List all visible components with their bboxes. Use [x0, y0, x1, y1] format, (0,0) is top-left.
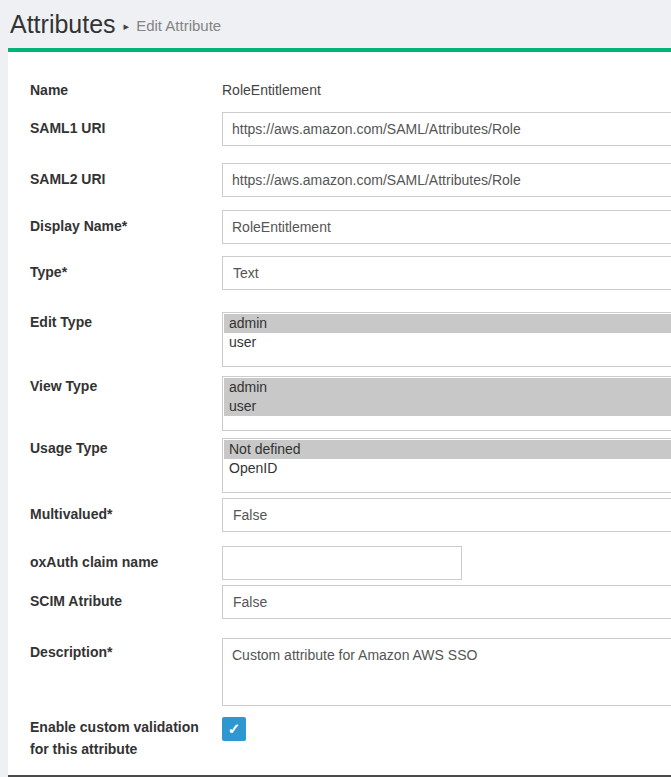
name-label: Name: [30, 80, 212, 100]
custom-validation-label: Enable custom validation for this attrib…: [30, 716, 212, 760]
page-title: Attributes: [10, 10, 116, 39]
usage-type-listbox[interactable]: Not defined OpenID: [222, 438, 671, 493]
scim-attribute-select[interactable]: False: [222, 585, 671, 619]
description-label: Description*: [30, 642, 212, 662]
usage-type-option-not-defined[interactable]: Not defined: [224, 440, 671, 459]
multivalued-select-value: False: [233, 507, 267, 523]
edit-attribute-panel: Name RoleEntitlement SAML1 URI SAML2 URI…: [8, 48, 671, 777]
display-name-label: Display Name*: [30, 216, 212, 236]
saml1-uri-input[interactable]: [222, 112, 671, 146]
edit-type-option-user[interactable]: user: [224, 333, 671, 352]
multivalued-select[interactable]: False: [222, 498, 671, 532]
checkmark-icon: ✓: [228, 721, 241, 736]
multivalued-label: Multivalued*: [30, 504, 212, 524]
type-label: Type*: [30, 262, 212, 282]
view-type-option-admin[interactable]: admin: [224, 378, 671, 397]
breadcrumb: Edit Attribute: [136, 17, 221, 34]
edit-type-label: Edit Type: [30, 312, 212, 332]
usage-type-option-openid[interactable]: OpenID: [224, 459, 671, 478]
scim-attribute-select-value: False: [233, 594, 267, 610]
oxauth-claim-name-input[interactable]: [222, 546, 462, 580]
name-value: RoleEntitlement: [222, 80, 321, 100]
oxauth-claim-name-label: oxAuth claim name: [30, 552, 212, 572]
breadcrumb-arrow-icon: ▸: [124, 20, 130, 33]
display-name-input[interactable]: [222, 210, 671, 244]
view-type-option-user[interactable]: user: [224, 397, 671, 416]
custom-validation-checkbox[interactable]: ✓: [222, 717, 246, 741]
description-textarea[interactable]: Custom attribute for Amazon AWS SSO: [222, 638, 671, 706]
scim-attribute-label: SCIM Atribute: [30, 591, 212, 611]
edit-type-option-admin[interactable]: admin: [224, 314, 671, 333]
saml2-uri-label: SAML2 URI: [30, 169, 212, 189]
view-type-label: View Type: [30, 376, 212, 396]
type-select-value: Text: [233, 265, 259, 281]
page-header: Attributes ▸ Edit Attribute: [0, 0, 671, 48]
saml1-uri-label: SAML1 URI: [30, 118, 212, 138]
view-type-listbox[interactable]: admin user: [222, 376, 671, 431]
saml2-uri-input[interactable]: [222, 163, 671, 197]
edit-type-listbox[interactable]: admin user: [222, 312, 671, 367]
type-select[interactable]: Text: [222, 256, 671, 290]
usage-type-label: Usage Type: [30, 438, 212, 458]
